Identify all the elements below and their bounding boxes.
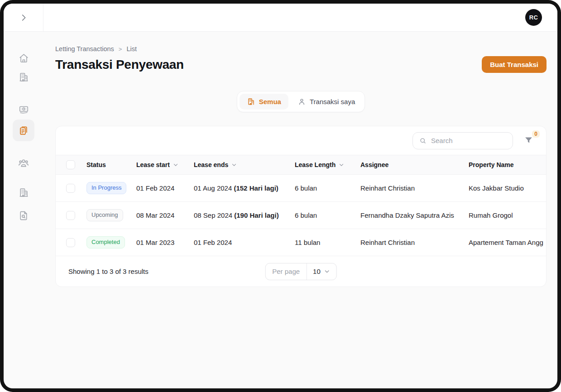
per-page-control: Per page 10 (265, 263, 337, 280)
chevron-right-icon (19, 13, 29, 23)
view-tabs: Semua Transaksi saya (237, 91, 365, 112)
lease-length-cell: 6 bulan (295, 211, 360, 219)
property-cell: Apartement Taman Angg (469, 239, 546, 246)
tab-all-label: Semua (259, 98, 281, 105)
select-all-checkbox[interactable] (66, 160, 75, 169)
lease-length-cell: 6 bulan (295, 184, 360, 192)
sidebar-item-payments[interactable] (17, 103, 30, 115)
lease-start-cell: 01 Feb 2024 (136, 184, 194, 192)
assignee-cell: Fernandha Dzaky Saputra Azis (360, 211, 469, 219)
column-header-lease-ends[interactable]: Lease ends (194, 161, 295, 168)
buildings-icon (18, 187, 29, 198)
tab-all[interactable]: Semua (240, 94, 288, 110)
sidebar-toggle-area (4, 4, 43, 31)
property-cell: Rumah Grogol (469, 211, 546, 219)
create-transaction-button[interactable]: Buat Transaksi (482, 56, 547, 73)
page-title: Transaksi Penyewaan (55, 57, 184, 72)
transactions-table-card: 0 Status Lease start Lease ends Lease Le… (55, 126, 547, 287)
transactions-icon (18, 124, 29, 136)
chevron-down-icon (231, 162, 237, 168)
tab-my-transactions[interactable]: Transaksi saya (290, 94, 362, 110)
table-row[interactable]: In Progress 01 Feb 2024 01 Aug 2024 (152… (56, 175, 546, 202)
table-row[interactable]: Completed 01 Mar 2023 01 Feb 2024 11 bul… (56, 229, 546, 256)
status-badge: In Progress (86, 182, 126, 194)
avatar[interactable]: RC (525, 9, 542, 26)
breadcrumb-parent[interactable]: Letting Transactions (55, 45, 114, 53)
column-header-lease-start[interactable]: Lease start (136, 161, 194, 168)
search-box (412, 132, 513, 149)
buildings-icon (18, 72, 29, 83)
person-icon (297, 97, 306, 106)
column-header-property: Property Name (469, 161, 546, 168)
breadcrumb-current: List (126, 45, 137, 53)
row-checkbox[interactable] (66, 184, 75, 193)
breadcrumb: Letting Transactions > List (55, 45, 547, 53)
filter-count-badge: 0 (532, 130, 540, 138)
users-icon (18, 157, 29, 169)
per-page-label: Per page (265, 263, 307, 280)
sidebar-expand-button[interactable] (16, 10, 31, 25)
column-header-assignee: Assignee (360, 161, 469, 168)
chevron-down-icon (338, 162, 345, 168)
assignee-cell: Reinhart Christian (360, 184, 469, 192)
sidebar-item-buildings[interactable] (17, 71, 30, 83)
chevron-down-icon (324, 268, 331, 275)
days-left-note: (190 Hari lagi) (234, 211, 278, 219)
row-checkbox[interactable] (66, 211, 75, 220)
filter-funnel-icon (524, 136, 533, 145)
lease-end-cell: 01 Aug 2024 (152 Hari lagi) (194, 184, 295, 192)
document-search-icon (18, 210, 29, 221)
lease-end-cell: 08 Sep 2024 (190 Hari lagi) (194, 211, 295, 219)
table-row[interactable]: Upcoming 08 Mar 2024 08 Sep 2024 (190 Ha… (56, 202, 546, 229)
results-summary: Showing 1 to 3 of 3 results (68, 268, 149, 275)
sidebar-item-reports[interactable] (17, 209, 30, 222)
chevron-down-icon (173, 162, 179, 168)
building-icon (247, 97, 255, 106)
sidebar-item-home[interactable] (17, 52, 30, 64)
row-checkbox[interactable] (66, 238, 75, 247)
tab-my-transactions-label: Transaksi saya (310, 98, 355, 105)
lease-end-cell: 01 Feb 2024 (194, 239, 295, 246)
app-window: RC (4, 4, 557, 388)
status-badge: Completed (86, 236, 125, 248)
sidebar (4, 32, 43, 388)
window-frame: RC (0, 0, 561, 392)
lease-start-cell: 08 Mar 2024 (136, 211, 194, 219)
table-footer: Showing 1 to 3 of 3 results Per page 10 (56, 256, 546, 287)
top-bar: RC (4, 4, 557, 32)
lease-length-cell: 11 bulan (295, 239, 360, 246)
lease-start-cell: 01 Mar 2023 (136, 239, 194, 246)
search-input[interactable] (431, 137, 507, 144)
search-icon (419, 137, 427, 145)
column-header-status: Status (86, 161, 136, 168)
breadcrumb-separator: > (119, 46, 122, 53)
property-cell: Kos Jakbar Studio (469, 184, 546, 192)
assignee-cell: Reinhart Christian (360, 239, 469, 246)
sidebar-item-transactions[interactable] (13, 120, 34, 141)
filter-button[interactable]: 0 (523, 134, 534, 147)
home-icon (18, 53, 29, 64)
table-header-row: Status Lease start Lease ends Lease Leng… (56, 155, 546, 175)
status-badge: Upcoming (86, 209, 123, 221)
sidebar-item-properties[interactable] (17, 186, 30, 199)
days-left-note: (152 Hari lagi) (234, 184, 278, 192)
per-page-select[interactable]: 10 (307, 263, 336, 280)
content-area: Letting Transactions > List Transaksi Pe… (43, 32, 557, 388)
money-icon (18, 104, 29, 115)
sidebar-item-tenants[interactable] (17, 157, 30, 169)
column-header-lease-length[interactable]: Lease Length (295, 161, 360, 168)
